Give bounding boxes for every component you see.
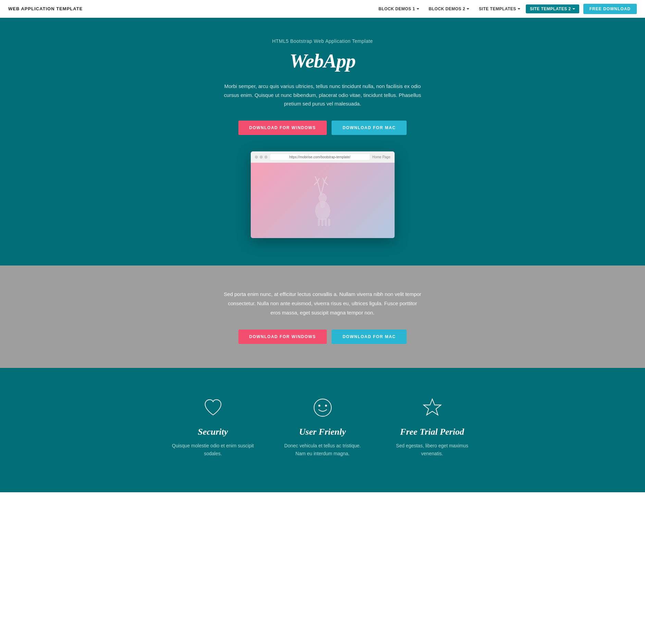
browser-bar: https://mobirise.com/bootstrap-template/… [251, 151, 395, 163]
features-section: Security Quisque molestie odio et enim s… [0, 368, 645, 493]
hero-description: Morbi semper, arcu quis varius ultricies… [223, 82, 422, 108]
browser-content [251, 163, 395, 238]
free-trial-title: Free Trial Period [391, 427, 473, 437]
feature-security: Security Quisque molestie odio et enim s… [172, 395, 254, 458]
gray-section: Sed porta enim nunc, at efficitur lectus… [0, 265, 645, 368]
gray-description: Sed porta enim nunc, at efficitur lectus… [223, 289, 422, 317]
security-title: Security [172, 427, 254, 437]
download-windows-button[interactable]: DOWNLOAD FOR WINDOWS [238, 121, 327, 135]
block-demos-1-button[interactable]: BLOCK DEMOS 1 [374, 4, 423, 13]
gray-buttons: DOWNLOAD FOR WINDOWS DOWNLOAD FOR MAC [7, 330, 638, 344]
hero-buttons: DOWNLOAD FOR WINDOWS DOWNLOAD FOR MAC [7, 121, 638, 135]
block-demos-2-button[interactable]: BLOCK DEMOS 2 [425, 4, 474, 13]
star-icon [422, 397, 443, 418]
browser-url: https://mobirise.com/bootstrap-template/ [270, 154, 370, 160]
svg-point-6 [314, 399, 331, 416]
smile-icon [312, 397, 333, 418]
smile-icon-container [310, 395, 335, 420]
svg-rect-5 [328, 219, 330, 226]
chevron-down-icon [467, 8, 469, 10]
browser-home-label: Home Page [372, 155, 390, 159]
free-download-button[interactable]: FREE DOWNLOAD [583, 4, 637, 14]
browser-dots [255, 156, 268, 159]
hero-subtitle: HTML5 Bootstrap Web Application Template [7, 38, 638, 44]
hero-title: WebApp [7, 49, 638, 72]
site-templates-2-button[interactable]: SITE TEMPLATES 2 [526, 4, 579, 13]
svg-rect-2 [318, 219, 320, 226]
heart-icon [202, 397, 224, 418]
svg-marker-9 [423, 399, 441, 415]
feature-free-trial: Free Trial Period Sed egestas, libero eg… [391, 395, 473, 458]
dot-yellow [260, 156, 263, 159]
gray-download-mac-button[interactable]: DOWNLOAD FOR MAC [332, 330, 407, 344]
security-desc: Quisque molestie odio et enim suscipit s… [172, 442, 254, 458]
site-templates-button[interactable]: SITE TEMPLATES [475, 4, 524, 13]
gray-download-windows-button[interactable]: DOWNLOAD FOR WINDOWS [238, 330, 327, 344]
navbar-right: BLOCK DEMOS 1 BLOCK DEMOS 2 SITE TEMPLAT… [374, 4, 637, 14]
security-icon-container [201, 395, 225, 420]
svg-rect-4 [325, 219, 327, 226]
user-friendly-title: User Frienly [282, 427, 364, 437]
free-trial-desc: Sed egestas, libero eget maximus venenat… [391, 442, 473, 458]
dot-green [264, 156, 268, 159]
svg-point-8 [325, 405, 327, 407]
dot-red [255, 156, 258, 159]
brand: WEB APPLICATION TEMPLATE [8, 6, 83, 11]
browser-mockup: https://mobirise.com/bootstrap-template/… [251, 151, 395, 238]
download-mac-button[interactable]: DOWNLOAD FOR MAC [332, 121, 407, 135]
features-grid: Security Quisque molestie odio et enim s… [169, 395, 477, 458]
deer-icon [302, 175, 343, 226]
svg-rect-3 [321, 219, 323, 226]
user-friendly-desc: Donec vehicula et tellus ac tristique. N… [282, 442, 364, 458]
navbar: WEB APPLICATION TEMPLATE BLOCK DEMOS 1 B… [0, 0, 645, 18]
feature-user-friendly: User Frienly Donec vehicula et tellus ac… [282, 395, 364, 458]
chevron-down-icon [417, 8, 419, 10]
hero-section: HTML5 Bootstrap Web Application Template… [0, 18, 645, 265]
chevron-down-icon [572, 8, 575, 10]
star-icon-container [420, 395, 445, 420]
svg-point-7 [318, 405, 320, 407]
chevron-down-icon [518, 8, 520, 10]
